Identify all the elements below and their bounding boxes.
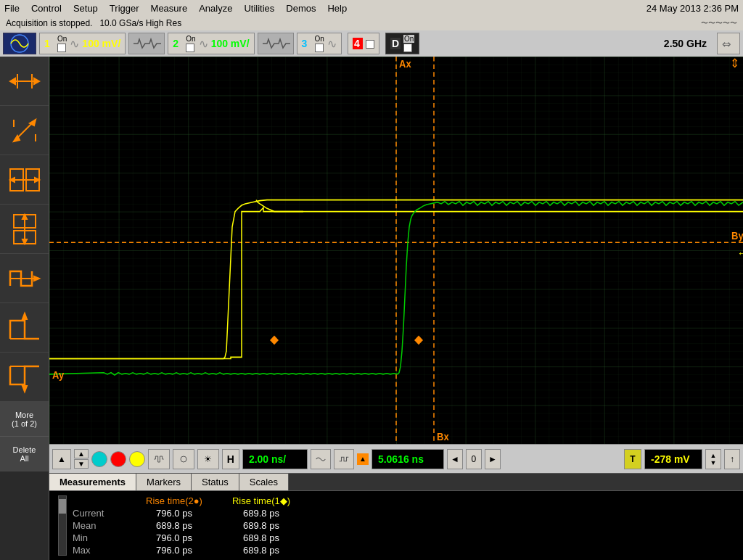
svg-text:Ay: Ay xyxy=(52,370,65,381)
scope-resize-btn[interactable]: ⇔ xyxy=(717,33,740,54)
meas-row-current-val2: 689.8 ps xyxy=(218,508,305,519)
ch3-num: 3 xyxy=(302,38,312,49)
meas-table: Rise time(2●) Rise time(1◆) Current 796.… xyxy=(73,495,305,556)
ch1-on: On xyxy=(57,35,67,43)
sidebar-more-button[interactable]: More (1 of 2) xyxy=(0,402,49,437)
menu-help[interactable]: Help xyxy=(327,3,347,14)
svg-text:⇕: ⇕ xyxy=(730,57,740,70)
channel-2[interactable]: 2 On ✓ ∿ 100 mV/ xyxy=(168,33,254,54)
chd-num: D xyxy=(390,38,401,49)
meas-row-max-label: Max xyxy=(73,545,131,556)
ch2-value: 100 mV/ xyxy=(211,38,250,49)
ch2-on: On xyxy=(186,35,195,43)
main-layout: More (1 of 2) Delete All xyxy=(0,57,743,560)
ch1-checkbox[interactable]: ✓ xyxy=(57,44,66,52)
ch3-on: On xyxy=(315,35,324,43)
nav-cluster: ▲ ▼ xyxy=(74,449,89,469)
meas-row-min-val2: 689.8 ps xyxy=(218,532,305,543)
ch2-wave: ∿ xyxy=(199,37,208,51)
menu-measure[interactable]: Measure xyxy=(151,3,188,14)
scope-area: Ax Bx Ay By ← T ⇕ ▲ ▲ xyxy=(49,57,743,560)
meas-area: Measurements Markers Status Scales Rise … xyxy=(49,473,743,560)
tab-markers[interactable]: Markers xyxy=(136,474,192,490)
channel-d[interactable]: D On xyxy=(385,33,419,54)
scope-screen[interactable]: Ax Bx Ay By ← T ⇕ xyxy=(49,57,743,444)
sidebar-pulse-down-icon[interactable] xyxy=(0,353,49,402)
svg-text:By: By xyxy=(731,231,743,242)
color-circle-cyan[interactable] xyxy=(91,451,107,467)
sidebar-hstep-icon[interactable] xyxy=(0,155,49,205)
tab-scales[interactable]: Scales xyxy=(239,474,289,490)
svg-text:Bx: Bx xyxy=(437,431,449,442)
ch4-num: 4 xyxy=(353,38,363,49)
sidebar-arrow-icon[interactable] xyxy=(0,57,49,106)
color-circle-red[interactable] xyxy=(110,451,126,467)
svg-text:⇔: ⇔ xyxy=(722,38,731,50)
svg-point-44 xyxy=(181,456,186,462)
menu-file[interactable]: File xyxy=(4,3,20,14)
wave-icon-1[interactable] xyxy=(311,449,331,469)
meas-row-min-label: Min xyxy=(73,532,131,543)
svg-marker-3 xyxy=(10,78,15,84)
level-up-down[interactable]: ▲▼ xyxy=(705,449,721,469)
meas-row-mean-label: Mean xyxy=(73,520,131,531)
meas-col-empty xyxy=(73,495,131,506)
waveform-btn1[interactable] xyxy=(148,449,170,469)
meas-scrollbar[interactable] xyxy=(58,495,67,556)
waveform-btn2[interactable] xyxy=(173,449,194,469)
menu-analyze[interactable]: Analyze xyxy=(199,3,232,14)
tab-status[interactable]: Status xyxy=(192,474,239,490)
svg-text:← T: ← T xyxy=(737,247,743,259)
nav-down[interactable]: ▼ xyxy=(74,459,89,469)
menu-control[interactable]: Control xyxy=(31,3,62,14)
sidebar-pulse-up-icon[interactable] xyxy=(0,303,49,353)
ch2-num: 2 xyxy=(173,38,183,49)
meas-row-max-val2: 689.8 ps xyxy=(218,545,305,556)
chd-checkbox[interactable] xyxy=(403,44,412,52)
brightness-btn[interactable]: ☀ xyxy=(197,449,219,469)
color-circle-yellow[interactable] xyxy=(129,451,145,467)
scope-icon[interactable] xyxy=(3,33,36,54)
timebase-display: 2.00 ns/ xyxy=(242,449,308,469)
menu-items: File Control Setup Trigger Measure Analy… xyxy=(4,3,347,14)
menu-trigger[interactable]: Trigger xyxy=(110,3,139,14)
svg-marker-4 xyxy=(34,78,39,84)
meas-row-max-val1: 796.0 ps xyxy=(131,545,218,556)
trigger-ext-btn[interactable]: ↑ xyxy=(724,449,740,469)
ch2-checkbox[interactable]: ✓ xyxy=(186,44,194,52)
nav-up[interactable]: ▲ xyxy=(74,449,89,458)
sidebar-vstep-icon[interactable] xyxy=(0,205,49,254)
meas-row-mean-val2: 689.8 ps xyxy=(218,520,305,531)
svg-marker-23 xyxy=(34,276,39,281)
menu-demos[interactable]: Demos xyxy=(286,3,316,14)
h-marker-btn[interactable]: H xyxy=(222,449,239,469)
sidebar-delete-button[interactable]: Delete All xyxy=(0,437,49,472)
meas-tabs: Measurements Markers Status Scales xyxy=(49,474,743,491)
sidebar-wstep-icon[interactable] xyxy=(0,254,49,303)
channel-1[interactable]: 1 On ✓ ∿ 100 mV/ xyxy=(39,33,126,54)
menu-setup[interactable]: Setup xyxy=(73,3,98,14)
meas-row-mean-val1: 689.8 ps xyxy=(131,520,218,531)
nav-zero[interactable]: 0 xyxy=(466,449,482,469)
trigger-indicator: ▲ xyxy=(357,453,369,465)
meas-row-current-val1: 796.0 ps xyxy=(131,508,218,519)
datetime: 24 May 2013 2:36 PM xyxy=(646,3,739,14)
menu-utilities[interactable]: Utilities xyxy=(244,3,274,14)
channel-4[interactable]: 4 xyxy=(348,33,379,54)
meas-row-current-label: Current xyxy=(73,508,131,519)
ch4-checkbox[interactable] xyxy=(366,40,374,49)
tab-measurements[interactable]: Measurements xyxy=(49,474,136,490)
ch2-wave-icon xyxy=(258,33,294,54)
wave-icon-2[interactable] xyxy=(334,449,354,469)
ch3-checkbox[interactable] xyxy=(315,44,324,52)
ch1-num: 1 xyxy=(44,38,54,49)
t-marker-btn[interactable]: T xyxy=(624,449,641,469)
bandwidth-display: 2.50 GHz xyxy=(664,38,713,49)
ch1-value: 100 mV/ xyxy=(82,38,120,49)
sidebar-diagonal-icon[interactable] xyxy=(0,106,49,155)
channel-3[interactable]: 3 On ∿ xyxy=(297,33,342,54)
bottom-toolbar: ▲ ▲ ▼ ☀ H 2.00 n xyxy=(49,444,743,473)
trigger-up-btn[interactable]: ▲ xyxy=(52,449,71,469)
nav-left[interactable]: ◄ xyxy=(447,449,463,469)
nav-right[interactable]: ► xyxy=(485,449,501,469)
